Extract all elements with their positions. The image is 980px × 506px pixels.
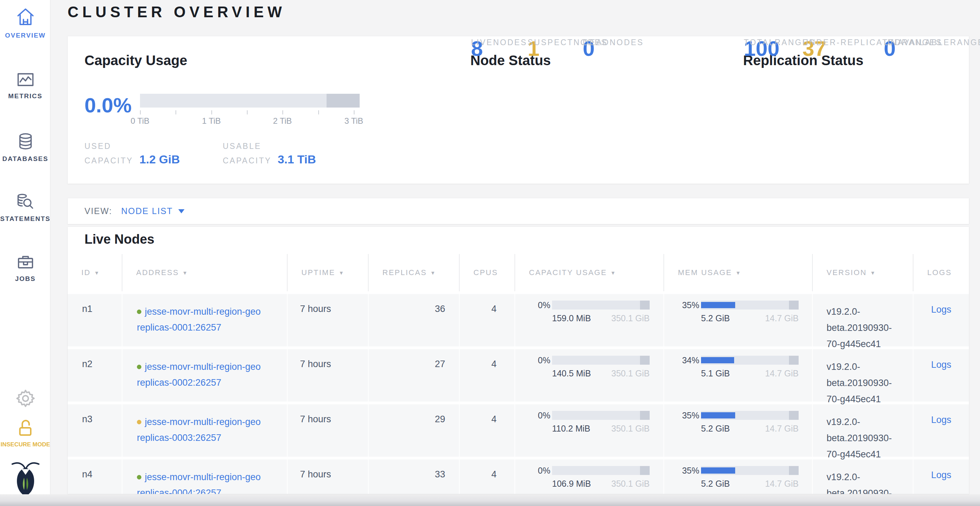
node-address-link[interactable]: jesse-movr-multi-region-geo [145, 362, 261, 372]
logs-cell: Logs [913, 294, 969, 346]
cluster-summary-panel: Capacity Usage 0.0% 0 TiB1 TiB2 TiB3 TiB… [68, 36, 969, 184]
sidebar-item-jobs[interactable]: JOBS [0, 254, 51, 282]
view-label: VIEW: [84, 206, 112, 216]
capacity-usage-bar [140, 94, 360, 108]
cpus-cell: 4 [460, 349, 515, 401]
sort-arrow-icon: ▼ [339, 270, 344, 276]
capacity-usage-cell: 0%106.9 MiB350.1 GiB [515, 460, 664, 494]
usage-percent: 0% [515, 356, 550, 365]
usage-total-value: 14.7 GiB [765, 479, 799, 489]
node-address-link[interactable]: replicas-0004:26257 [137, 488, 221, 494]
table-header-row: ID▼ADDRESS▼UPTIME▼REPLICAS▼CPUSCAPACITY … [68, 254, 969, 291]
usage-bar: 0% [515, 301, 663, 309]
cpus-cell: 4 [460, 460, 515, 494]
column-header-uptime[interactable]: UPTIME▼ [288, 254, 369, 291]
usage-bar-fill [701, 467, 735, 474]
stat-label: DEADNODES [583, 36, 644, 49]
app-window: OVERVIEW METRICS [0, 0, 980, 506]
node-id-cell: n2 [68, 349, 123, 401]
node-address-link[interactable]: replicas-0002:26257 [137, 378, 221, 388]
window-bottom-shadow [0, 494, 980, 506]
table-row: n2jesse-movr-multi-region-georeplicas-00… [68, 346, 969, 401]
logs-cell: Logs [913, 404, 969, 457]
cpus-cell: 4 [460, 294, 515, 346]
insecure-mode-indicator[interactable]: INSECURE MODE [0, 418, 51, 448]
node-address-link[interactable]: jesse-movr-multi-region-geo [145, 417, 261, 427]
logs-link[interactable]: Logs [931, 470, 951, 480]
version-cell: v19.2.0-beta.20190930-70-g445ec41 [813, 404, 913, 457]
sort-arrow-icon: ▼ [610, 270, 616, 276]
usage-used-value: 140.5 MiB [552, 368, 591, 379]
mem-usage-cell: 35%5.2 GiB14.7 GiB [664, 294, 813, 346]
usage-total-value: 350.1 GiB [611, 479, 650, 489]
sidebar-item-overview[interactable]: OVERVIEW [0, 6, 51, 39]
version-cell: v19.2.0-beta.20190930-70-g445ec41 [813, 460, 913, 494]
usable-capacity-value: 3.1 TiB [278, 153, 316, 166]
database-icon [0, 132, 51, 152]
axis-tick [318, 110, 319, 114]
column-header-id[interactable]: ID▼ [68, 254, 123, 291]
usage-percent: 35% [664, 466, 699, 475]
stat-label: UNAVAILABLERANGES [884, 36, 980, 49]
sidebar-item-statements[interactable]: STATEMENTS [0, 193, 51, 223]
mem-usage-cell: 35%5.2 GiB14.7 GiB [664, 404, 813, 457]
home-icon [0, 6, 51, 28]
usable-capacity-stat: USABLE CAPACITY 3.1 TiB [223, 129, 316, 167]
logs-link[interactable]: Logs [931, 360, 951, 370]
node-status-dot [137, 420, 142, 424]
column-header-version[interactable]: VERSION▼ [813, 254, 913, 291]
axis-tick [282, 110, 283, 114]
sidebar-item-label: METRICS [0, 92, 51, 100]
logs-link[interactable]: Logs [931, 415, 951, 425]
axis-label: 0 TiB [131, 116, 150, 126]
sidebar: OVERVIEW METRICS [0, 0, 51, 494]
column-header-mem-usage[interactable]: MEM USAGE▼ [664, 254, 813, 291]
node-address-cell: jesse-movr-multi-region-georeplicas-0004… [123, 460, 288, 494]
uptime-cell: 7 hours [288, 349, 369, 401]
node-status-dot [137, 309, 142, 314]
view-dropdown[interactable]: NODE LIST [121, 206, 185, 216]
usage-percent: 35% [664, 411, 699, 420]
axis-label: 2 TiB [273, 116, 292, 126]
node-address-link[interactable]: replicas-0001:26257 [137, 322, 221, 333]
settings-button[interactable] [0, 389, 51, 409]
usage-used-value: 5.1 GiB [701, 368, 730, 379]
node-id-cell: n1 [68, 294, 123, 346]
node-address-link[interactable]: jesse-movr-multi-region-geo [145, 306, 261, 317]
usage-bar: 0% [515, 356, 663, 365]
sidebar-item-metrics[interactable]: METRICS [0, 72, 51, 100]
cockroachdb-logo[interactable] [0, 460, 51, 498]
usage-used-value: 159.0 MiB [552, 313, 591, 323]
logs-link[interactable]: Logs [931, 305, 951, 315]
node-id-cell: n4 [68, 460, 123, 494]
replicas-cell: 33 [369, 460, 460, 494]
capacity-bar-reserved-segment [326, 94, 360, 108]
column-header-capacity-usage[interactable]: CAPACITY USAGE▼ [515, 254, 664, 291]
page-title: CLUSTER OVERVIEW [68, 3, 286, 21]
usage-bar: 0% [515, 411, 663, 420]
usage-percent: 0% [515, 411, 550, 420]
sidebar-item-label: OVERVIEW [0, 32, 51, 39]
usage-bar-fill [701, 357, 734, 363]
view-dropdown-value: NODE LIST [121, 206, 173, 216]
usage-percent: 34% [664, 356, 699, 365]
sidebar-item-databases[interactable]: DATABASES [0, 132, 51, 163]
usage-bar: 35% [664, 466, 812, 475]
uptime-cell: 7 hours [288, 294, 369, 346]
usage-total-value: 350.1 GiB [611, 424, 650, 434]
column-header-replicas[interactable]: REPLICAS▼ [369, 254, 460, 291]
axis-tick [212, 110, 212, 114]
metrics-icon [0, 72, 51, 89]
mem-usage-cell: 35%5.2 GiB14.7 GiB [664, 460, 813, 494]
column-header-address[interactable]: ADDRESS▼ [123, 254, 288, 291]
column-header-cpus: CPUS [460, 254, 515, 291]
logs-cell: Logs [913, 349, 969, 401]
node-address-cell: jesse-movr-multi-region-georeplicas-0002… [123, 349, 288, 401]
node-status-dot [137, 475, 142, 479]
node-address-link[interactable]: replicas-0003:26257 [137, 433, 221, 443]
node-address-cell: jesse-movr-multi-region-georeplicas-0001… [123, 294, 288, 346]
usage-bar: 35% [664, 301, 812, 309]
sort-arrow-icon: ▼ [182, 270, 188, 276]
cpus-cell: 4 [460, 404, 515, 457]
node-address-link[interactable]: jesse-movr-multi-region-geo [145, 472, 261, 482]
